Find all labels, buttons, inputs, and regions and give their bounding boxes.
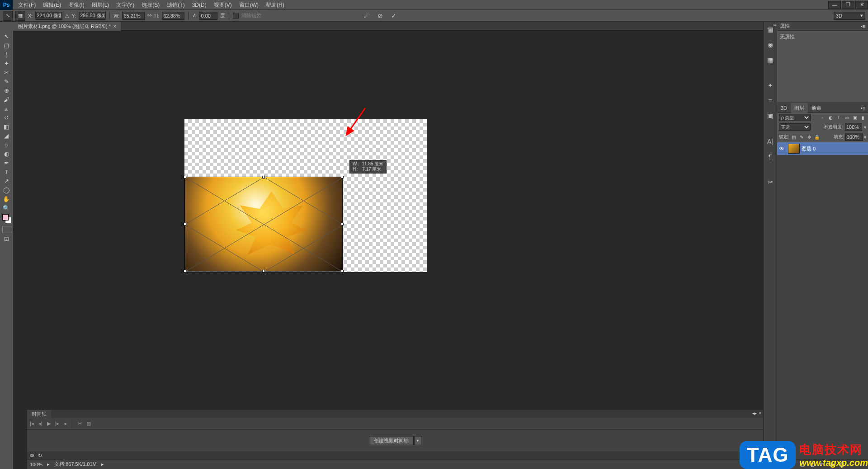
healing-tool[interactable]: ⊕ — [0, 86, 13, 95]
warp-mode-icon[interactable]: ☄ — [362, 11, 371, 20]
canvas[interactable]: W : 11.85 厘米 H : 7.17 厘米 — [184, 119, 427, 272]
tl-settings-icon[interactable]: ⚙ — [30, 453, 34, 459]
color-panel-icon[interactable]: ◉ — [765, 40, 775, 50]
w-input[interactable] — [122, 12, 145, 20]
pen-tool[interactable]: ✒ — [0, 158, 13, 167]
tab-3d[interactable]: 3D — [777, 103, 791, 113]
layer-row[interactable]: 👁 图层 0 — [777, 142, 868, 155]
tl-prev-frame-button[interactable]: ◂| — [38, 421, 42, 427]
brush-panel-icon[interactable]: ✂ — [765, 177, 775, 187]
brush-tool[interactable]: 🖌 — [0, 95, 13, 104]
type-tool[interactable]: T — [0, 167, 13, 176]
close-button[interactable]: ✕ — [855, 1, 868, 9]
canvas-area[interactable]: W : 11.85 厘米 H : 7.17 厘米 时间轴 ◂▸ × |◂ ◂| … — [14, 31, 868, 469]
commit-transform-button[interactable]: ✓ — [389, 11, 398, 20]
menu-image[interactable]: 图像(I) — [65, 0, 88, 10]
zoom-value[interactable]: 100% — [30, 462, 42, 467]
layer-filter-select[interactable]: ρ 类型 — [779, 114, 811, 121]
tab-layers[interactable]: 图层 — [791, 103, 808, 113]
fill-arrow-icon[interactable]: ▾ — [864, 135, 866, 140]
adjustments-panel-icon[interactable]: ✦ — [765, 80, 775, 90]
menu-3d[interactable]: 3D(D) — [189, 0, 210, 10]
filter-adjust-icon[interactable]: ◐ — [827, 114, 834, 121]
visibility-toggle-icon[interactable]: 👁 — [779, 145, 786, 152]
marquee-tool[interactable]: ▢ — [0, 41, 13, 50]
hand-tool[interactable]: ✋ — [0, 194, 13, 203]
timeline-close-icon[interactable]: × — [759, 411, 761, 416]
menu-help[interactable]: 帮助(H) — [262, 0, 288, 10]
h-input[interactable] — [162, 12, 184, 20]
menu-edit[interactable]: 编辑(E) — [39, 0, 65, 10]
lock-pixels-icon[interactable]: ✎ — [798, 134, 805, 140]
zoom-tool[interactable]: 🔍 — [0, 203, 13, 212]
transform-tool-icon[interactable]: ⤡ — [3, 11, 13, 21]
menu-layer[interactable]: 图层(L) — [88, 0, 113, 10]
menu-file[interactable]: 文件(F) — [14, 0, 39, 10]
tl-convert-icon[interactable]: ↻ — [38, 453, 42, 459]
timeline-type-dropdown[interactable]: ▼ — [414, 436, 421, 445]
link-icon[interactable]: ⚯ — [147, 13, 151, 19]
antialias-checkbox[interactable] — [233, 13, 239, 19]
path-tool[interactable]: ↗ — [0, 176, 13, 185]
paragraph-panel-icon[interactable]: ¶ — [765, 152, 775, 162]
filter-shape-icon[interactable]: ▭ — [844, 114, 850, 121]
lock-all-icon[interactable]: 🔒 — [814, 134, 820, 140]
eraser-tool[interactable]: ◧ — [0, 122, 13, 131]
swatches-panel-icon[interactable]: ▦ — [765, 55, 775, 65]
tl-next-frame-button[interactable]: |▸ — [55, 421, 59, 427]
reference-point-icon[interactable]: ▦ — [15, 11, 25, 21]
tab-channels[interactable]: 通道 — [808, 103, 825, 113]
shape-tool[interactable]: ◯ — [0, 185, 13, 194]
layers-mini-icon[interactable]: ▣ — [765, 111, 775, 121]
history-brush-tool[interactable]: ↺ — [0, 113, 13, 122]
menu-type[interactable]: 文字(Y) — [113, 0, 138, 10]
close-tab-icon[interactable]: × — [113, 24, 116, 29]
lock-position-icon[interactable]: ✥ — [806, 134, 812, 140]
document-tab[interactable]: 图片素材1.png @ 100% (图层 0, RGB/8) * × — [14, 22, 121, 31]
tl-transition-button[interactable]: ▨ — [86, 421, 91, 427]
foreground-color[interactable] — [2, 214, 9, 220]
panel-menu-icon[interactable]: ▪≡ — [861, 23, 865, 29]
character-panel-icon[interactable]: A| — [765, 136, 775, 146]
filter-smart-icon[interactable]: ▣ — [852, 114, 858, 121]
angle-input[interactable] — [199, 12, 217, 20]
blend-mode-select[interactable]: 正常 — [779, 123, 811, 131]
layer-list[interactable]: 👁 图层 0 — [777, 142, 868, 459]
delta-icon[interactable]: △ — [65, 13, 69, 19]
cancel-transform-button[interactable]: ⊘ — [376, 11, 385, 20]
opacity-arrow-icon[interactable]: ▾ — [864, 125, 866, 130]
workspace-3d-select[interactable]: 3D▾ — [834, 12, 865, 20]
y-input[interactable] — [79, 12, 106, 20]
image-content[interactable] — [184, 177, 343, 272]
filter-image-icon[interactable]: ▫ — [819, 114, 826, 121]
timeline-tab[interactable]: 时间轴 — [27, 410, 51, 418]
tl-last-frame-button[interactable]: ◂ — [64, 421, 66, 427]
color-swatch[interactable] — [2, 214, 11, 223]
move-tool[interactable]: ↖ — [0, 32, 13, 41]
filter-toggle-icon[interactable]: ▮ — [860, 114, 866, 121]
eyedropper-tool[interactable]: ✎ — [0, 77, 13, 86]
styles-panel-icon[interactable]: ≡ — [765, 96, 775, 106]
menu-filter[interactable]: 滤镜(T) — [163, 0, 188, 10]
menu-view[interactable]: 视图(V) — [210, 0, 236, 10]
opacity-input[interactable] — [845, 123, 862, 131]
zoom-arrow-icon[interactable]: ▸ — [47, 461, 50, 467]
fill-input[interactable] — [845, 133, 863, 141]
lasso-tool[interactable]: ⟆ — [0, 50, 13, 59]
magic-wand-tool[interactable]: ✦ — [0, 59, 13, 68]
properties-panel-header[interactable]: 属性 ▪≡ — [777, 22, 868, 31]
crop-tool[interactable]: ✂ — [0, 68, 13, 77]
menu-select[interactable]: 选择(S) — [138, 0, 163, 10]
doc-size[interactable]: 文档:867.5K/1.01M — [54, 461, 97, 468]
layer-thumbnail[interactable] — [788, 144, 800, 154]
lock-transparency-icon[interactable]: ▨ — [791, 134, 797, 140]
dock-collapse-icon[interactable]: ▸▸ — [774, 23, 776, 27]
layer-name[interactable]: 图层 0 — [802, 145, 816, 152]
minimize-button[interactable]: — — [828, 1, 841, 9]
screen-mode-button[interactable]: ⊡ — [0, 234, 13, 243]
status-arrow-icon[interactable]: ▸ — [101, 461, 104, 467]
quickmask-button[interactable] — [2, 226, 11, 233]
tl-play-button[interactable]: ▶ — [47, 421, 51, 427]
tl-first-frame-button[interactable]: |◂ — [30, 421, 34, 427]
menu-window[interactable]: 窗口(W) — [236, 0, 262, 10]
